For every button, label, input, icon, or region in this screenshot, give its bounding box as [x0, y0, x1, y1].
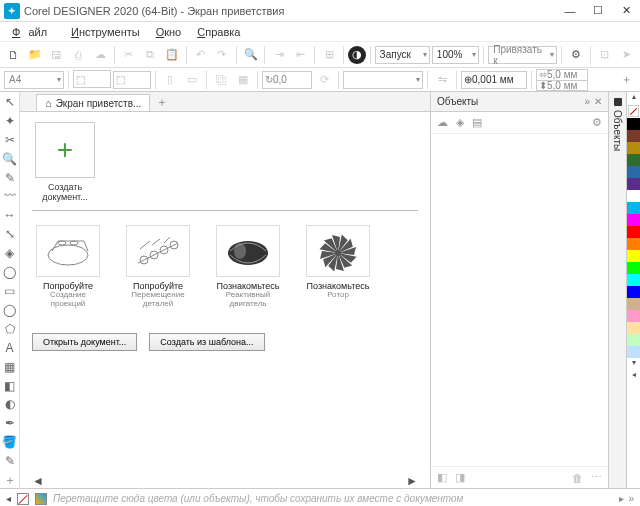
shadow-tool-icon[interactable]: ◧ — [2, 378, 18, 394]
new-layer-icon[interactable]: ◧ — [437, 471, 447, 484]
color-swatch[interactable] — [627, 214, 640, 226]
doc-swatch[interactable] — [35, 493, 47, 505]
page-icon[interactable]: ◈ — [456, 116, 464, 129]
layer-icon[interactable]: ☁ — [437, 116, 448, 129]
cloud-icon[interactable]: ☁ — [90, 45, 110, 65]
color-swatch[interactable] — [627, 262, 640, 274]
minimize-button[interactable]: — — [556, 0, 584, 22]
new-document-tile[interactable]: + Создать документ... — [32, 122, 98, 202]
scroll-right-icon[interactable]: ► — [406, 474, 418, 488]
color-swatch[interactable] — [627, 130, 640, 142]
callout-tool-icon[interactable]: ◯ — [2, 264, 18, 280]
tab-welcome[interactable]: ⌂ Экран приветств... — [36, 94, 150, 111]
color-swatch[interactable] — [627, 226, 640, 238]
color-swatch[interactable] — [627, 322, 640, 334]
outline-tool-icon[interactable]: ✎ — [2, 453, 18, 469]
delete-icon[interactable]: 🗑 — [572, 472, 583, 484]
color-swatch[interactable] — [627, 202, 640, 214]
nudge-input[interactable]: ⊕ 0,001 мм — [461, 71, 527, 89]
connector-tool-icon[interactable]: ⤡ — [2, 226, 18, 242]
color-swatch[interactable] — [627, 190, 640, 202]
add-prop-icon[interactable]: ＋ — [616, 70, 636, 90]
h-scrollbar[interactable]: ◄ ► — [32, 476, 418, 486]
palette-next-icon[interactable]: ▸ — [619, 493, 624, 504]
units-dropdown[interactable] — [343, 71, 423, 89]
crop-tool-icon[interactable]: ✂ — [2, 132, 18, 148]
shape-tool-icon[interactable]: ✦ — [2, 113, 18, 129]
sample-tile[interactable]: Познакомьтесь Ротор — [302, 225, 374, 309]
color-swatch[interactable] — [627, 310, 640, 322]
app-launcher-icon[interactable]: ◑ — [348, 46, 366, 64]
menu-file[interactable]: Файлdocument.currentScript.previousSibli… — [4, 26, 63, 38]
launch-dropdown[interactable]: Запуск — [375, 46, 430, 64]
polygon-tool-icon[interactable]: ⬠ — [2, 321, 18, 337]
color-swatch[interactable] — [627, 166, 640, 178]
page-icon[interactable]: ▦ — [233, 70, 253, 90]
docker-tabs[interactable]: Объекты — [608, 92, 626, 488]
palette-up-icon[interactable]: ▴ — [627, 92, 640, 104]
landscape-icon[interactable]: ▭ — [182, 70, 202, 90]
open-icon[interactable]: 📁 — [26, 45, 46, 65]
options-icon[interactable]: ⚙ — [566, 45, 586, 65]
close-button[interactable]: ✕ — [612, 0, 640, 22]
eyedropper-tool-icon[interactable]: ✒ — [2, 415, 18, 431]
rot-icon[interactable]: ⟳ — [314, 70, 334, 90]
copy-icon[interactable]: ⧉ — [140, 45, 160, 65]
create-from-template-button[interactable]: Создать из шаблона... — [149, 333, 264, 351]
docker-header[interactable]: Объекты » ✕ — [431, 92, 608, 112]
color-swatch[interactable] — [627, 298, 640, 310]
pages-list-icon[interactable]: ▤ — [472, 116, 482, 129]
new-tab-button[interactable]: ＋ — [154, 94, 170, 111]
more-tools-icon[interactable]: ＋ — [2, 472, 18, 488]
palette-prev-icon[interactable]: ◂ — [6, 493, 11, 504]
color-swatch[interactable] — [627, 154, 640, 166]
dimension-tool-icon[interactable]: ↔ — [2, 207, 18, 223]
palette-menu-icon[interactable]: » — [628, 493, 634, 504]
menu-help[interactable]: Справка — [189, 26, 248, 38]
open-document-button[interactable]: Открыть документ... — [32, 333, 137, 351]
dup-x-input[interactable]: ⬄ 5,0 мм — [536, 69, 588, 80]
table-tool-icon[interactable]: ▦ — [2, 359, 18, 375]
menu-tools[interactable]: Инструменты — [63, 26, 148, 38]
palette-down-icon[interactable]: ▾ — [627, 358, 640, 370]
publish-icon[interactable]: ⊞ — [319, 45, 339, 65]
freehand-tool-icon[interactable]: ✎ — [2, 170, 18, 186]
color-swatch[interactable] — [627, 238, 640, 250]
text-tool-icon[interactable]: A — [2, 340, 18, 356]
curve-tool-icon[interactable]: 〰 — [2, 189, 18, 205]
dup-y-input[interactable]: ⬍ 5,0 мм — [536, 80, 588, 91]
height-input[interactable]: ⬚ — [113, 71, 151, 89]
docker-menu-icon[interactable]: » — [584, 96, 590, 107]
no-fill-swatch[interactable] — [17, 493, 29, 505]
export-icon[interactable]: ⇤ — [291, 45, 311, 65]
no-color-swatch[interactable] — [628, 105, 639, 117]
palette-flyout-icon[interactable]: ◂ — [627, 370, 640, 382]
rectangle-tool-icon[interactable]: ▭ — [2, 283, 18, 299]
transparency-tool-icon[interactable]: ◐ — [2, 397, 18, 413]
width-input[interactable]: ⬚ — [73, 70, 111, 88]
new-master-icon[interactable]: ◨ — [455, 471, 465, 484]
color-swatch[interactable] — [627, 118, 640, 130]
cut-icon[interactable]: ✂ — [119, 45, 139, 65]
color-swatch[interactable] — [627, 286, 640, 298]
unknown-icon[interactable]: ⊡ — [595, 45, 615, 65]
new-icon[interactable]: 🗋 — [4, 45, 24, 65]
gear-icon[interactable]: ⚙ — [592, 116, 602, 129]
docker-close-icon[interactable]: ✕ — [594, 96, 602, 107]
zoom-dropdown[interactable]: 100% — [432, 46, 479, 64]
rotate-input[interactable]: ↻ 0,0 — [262, 71, 312, 89]
color-swatch[interactable] — [627, 142, 640, 154]
color-swatch[interactable] — [627, 346, 640, 358]
sample-tile[interactable]: Попробуйте Перемещение деталей — [122, 225, 194, 309]
pages-icon[interactable]: ⿻ — [211, 70, 231, 90]
color-swatch[interactable] — [627, 334, 640, 346]
ellipse-tool-icon[interactable]: ◯ — [2, 302, 18, 318]
import-icon[interactable]: ⇥ — [269, 45, 289, 65]
color-swatch[interactable] — [627, 250, 640, 262]
snap-dropdown[interactable]: Привязать к — [488, 46, 557, 64]
sample-tile[interactable]: Познакомьтесь Реактивный двигатель — [212, 225, 284, 309]
sample-tile[interactable]: Попробуйте Создание проекций — [32, 225, 104, 309]
search-icon[interactable]: 🔍 — [241, 45, 261, 65]
save-icon[interactable]: 🖫 — [47, 45, 67, 65]
menu-window[interactable]: Окно — [148, 26, 190, 38]
